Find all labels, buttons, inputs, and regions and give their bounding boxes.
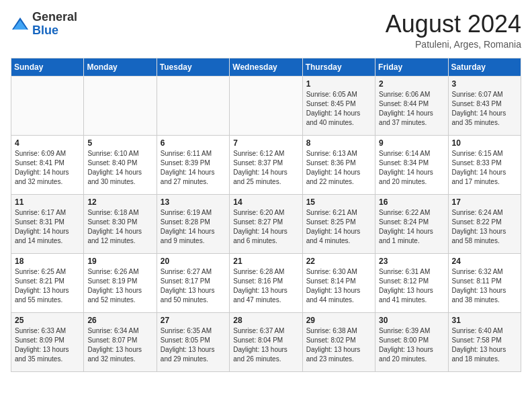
day-number: 10 [452,138,517,148]
calendar-cell: 8Sunrise: 6:13 AM Sunset: 8:36 PM Daylig… [302,135,375,194]
day-info: Sunrise: 6:09 AM Sunset: 8:41 PM Dayligh… [15,149,80,187]
weekday-header: Tuesday [157,58,229,76]
calendar-cell: 18Sunrise: 6:25 AM Sunset: 8:21 PM Dayli… [11,253,84,312]
calendar-cell: 16Sunrise: 6:22 AM Sunset: 8:24 PM Dayli… [375,194,448,253]
weekday-header: Thursday [302,58,375,76]
day-info: Sunrise: 6:25 AM Sunset: 8:21 PM Dayligh… [15,267,80,305]
logo-icon [11,15,30,34]
day-number: 9 [379,138,444,148]
day-number: 13 [161,197,226,207]
day-info: Sunrise: 6:12 AM Sunset: 8:37 PM Dayligh… [233,149,298,187]
calendar-cell: 27Sunrise: 6:35 AM Sunset: 8:05 PM Dayli… [157,312,229,371]
calendar-cell: 25Sunrise: 6:33 AM Sunset: 8:09 PM Dayli… [11,312,84,371]
calendar-cell: 10Sunrise: 6:15 AM Sunset: 8:33 PM Dayli… [448,135,521,194]
day-number: 25 [15,316,80,325]
calendar-cell: 20Sunrise: 6:27 AM Sunset: 8:17 PM Dayli… [157,253,229,312]
day-info: Sunrise: 6:39 AM Sunset: 8:00 PM Dayligh… [379,326,444,364]
weekday-header: Monday [84,58,157,76]
day-info: Sunrise: 6:06 AM Sunset: 8:44 PM Dayligh… [379,90,444,128]
day-number: 15 [306,197,371,207]
day-info: Sunrise: 6:40 AM Sunset: 7:58 PM Dayligh… [452,326,517,364]
calendar-cell: 1Sunrise: 6:05 AM Sunset: 8:45 PM Daylig… [302,76,375,135]
day-number: 21 [233,257,298,266]
calendar-week-row: 18Sunrise: 6:25 AM Sunset: 8:21 PM Dayli… [11,253,521,312]
calendar-week-row: 4Sunrise: 6:09 AM Sunset: 8:41 PM Daylig… [11,135,521,194]
day-number: 29 [306,316,371,325]
calendar-cell: 24Sunrise: 6:32 AM Sunset: 8:11 PM Dayli… [448,253,521,312]
day-info: Sunrise: 6:18 AM Sunset: 8:30 PM Dayligh… [87,208,152,246]
calendar-cell: 4Sunrise: 6:09 AM Sunset: 8:41 PM Daylig… [11,135,84,194]
calendar-cell [230,76,302,135]
calendar-cell: 26Sunrise: 6:34 AM Sunset: 8:07 PM Dayli… [84,312,157,371]
calendar-header-row: SundayMondayTuesdayWednesdayThursdayFrid… [11,58,521,76]
calendar-cell: 9Sunrise: 6:14 AM Sunset: 8:34 PM Daylig… [375,135,448,194]
day-info: Sunrise: 6:28 AM Sunset: 8:16 PM Dayligh… [233,267,298,305]
day-info: Sunrise: 6:11 AM Sunset: 8:39 PM Dayligh… [161,149,226,187]
day-number: 31 [452,316,517,325]
day-info: Sunrise: 6:35 AM Sunset: 8:05 PM Dayligh… [161,326,226,364]
calendar-cell: 19Sunrise: 6:26 AM Sunset: 8:19 PM Dayli… [84,253,157,312]
day-info: Sunrise: 6:37 AM Sunset: 8:04 PM Dayligh… [233,326,298,364]
logo-text: General Blue [32,11,77,38]
month-year-title: August 2024 [386,11,521,38]
calendar-cell [84,76,157,135]
day-info: Sunrise: 6:15 AM Sunset: 8:33 PM Dayligh… [452,149,517,187]
day-info: Sunrise: 6:10 AM Sunset: 8:40 PM Dayligh… [87,149,152,187]
day-info: Sunrise: 6:17 AM Sunset: 8:31 PM Dayligh… [15,208,80,246]
calendar-week-row: 25Sunrise: 6:33 AM Sunset: 8:09 PM Dayli… [11,312,521,371]
day-number: 11 [15,197,80,207]
day-number: 16 [379,197,444,207]
day-number: 18 [15,257,80,266]
day-info: Sunrise: 6:26 AM Sunset: 8:19 PM Dayligh… [87,267,152,305]
calendar-cell: 21Sunrise: 6:28 AM Sunset: 8:16 PM Dayli… [230,253,302,312]
day-info: Sunrise: 6:31 AM Sunset: 8:12 PM Dayligh… [379,267,444,305]
weekday-header: Wednesday [230,58,302,76]
title-block: August 2024 Patuleni, Arges, Romania [386,11,521,50]
weekday-header: Friday [375,58,448,76]
calendar-cell: 6Sunrise: 6:11 AM Sunset: 8:39 PM Daylig… [157,135,229,194]
calendar-cell: 15Sunrise: 6:21 AM Sunset: 8:25 PM Dayli… [302,194,375,253]
day-number: 19 [87,257,152,266]
calendar-cell: 23Sunrise: 6:31 AM Sunset: 8:12 PM Dayli… [375,253,448,312]
calendar-cell [11,76,84,135]
calendar-cell: 5Sunrise: 6:10 AM Sunset: 8:40 PM Daylig… [84,135,157,194]
day-info: Sunrise: 6:20 AM Sunset: 8:27 PM Dayligh… [233,208,298,246]
day-info: Sunrise: 6:05 AM Sunset: 8:45 PM Dayligh… [306,90,371,128]
calendar-cell: 13Sunrise: 6:19 AM Sunset: 8:28 PM Dayli… [157,194,229,253]
day-info: Sunrise: 6:34 AM Sunset: 8:07 PM Dayligh… [87,326,152,364]
day-info: Sunrise: 6:24 AM Sunset: 8:22 PM Dayligh… [452,208,517,246]
day-info: Sunrise: 6:21 AM Sunset: 8:25 PM Dayligh… [306,208,371,246]
calendar-cell: 2Sunrise: 6:06 AM Sunset: 8:44 PM Daylig… [375,76,448,135]
calendar-cell: 14Sunrise: 6:20 AM Sunset: 8:27 PM Dayli… [230,194,302,253]
day-number: 26 [87,316,152,325]
calendar-cell: 22Sunrise: 6:30 AM Sunset: 8:14 PM Dayli… [302,253,375,312]
day-number: 30 [379,316,444,325]
day-number: 12 [87,197,152,207]
day-number: 20 [161,257,226,266]
day-number: 14 [233,197,298,207]
logo: General Blue [11,11,77,38]
calendar-cell: 29Sunrise: 6:38 AM Sunset: 8:02 PM Dayli… [302,312,375,371]
day-number: 27 [161,316,226,325]
day-number: 1 [306,79,371,89]
day-info: Sunrise: 6:14 AM Sunset: 8:34 PM Dayligh… [379,149,444,187]
calendar-cell: 3Sunrise: 6:07 AM Sunset: 8:43 PM Daylig… [448,76,521,135]
calendar-week-row: 1Sunrise: 6:05 AM Sunset: 8:45 PM Daylig… [11,76,521,135]
day-info: Sunrise: 6:27 AM Sunset: 8:17 PM Dayligh… [161,267,226,305]
day-number: 7 [233,138,298,148]
day-info: Sunrise: 6:22 AM Sunset: 8:24 PM Dayligh… [379,208,444,246]
calendar-table: SundayMondayTuesdayWednesdayThursdayFrid… [11,58,521,372]
day-info: Sunrise: 6:19 AM Sunset: 8:28 PM Dayligh… [161,208,226,246]
day-number: 23 [379,257,444,266]
calendar-cell: 11Sunrise: 6:17 AM Sunset: 8:31 PM Dayli… [11,194,84,253]
weekday-header: Sunday [11,58,84,76]
calendar-week-row: 11Sunrise: 6:17 AM Sunset: 8:31 PM Dayli… [11,194,521,253]
day-number: 3 [452,79,517,89]
calendar-cell [157,76,229,135]
calendar-cell: 17Sunrise: 6:24 AM Sunset: 8:22 PM Dayli… [448,194,521,253]
logo-general: General [32,10,77,24]
day-number: 2 [379,79,444,89]
day-number: 6 [161,138,226,148]
calendar-cell: 7Sunrise: 6:12 AM Sunset: 8:37 PM Daylig… [230,135,302,194]
calendar-cell: 31Sunrise: 6:40 AM Sunset: 7:58 PM Dayli… [448,312,521,371]
